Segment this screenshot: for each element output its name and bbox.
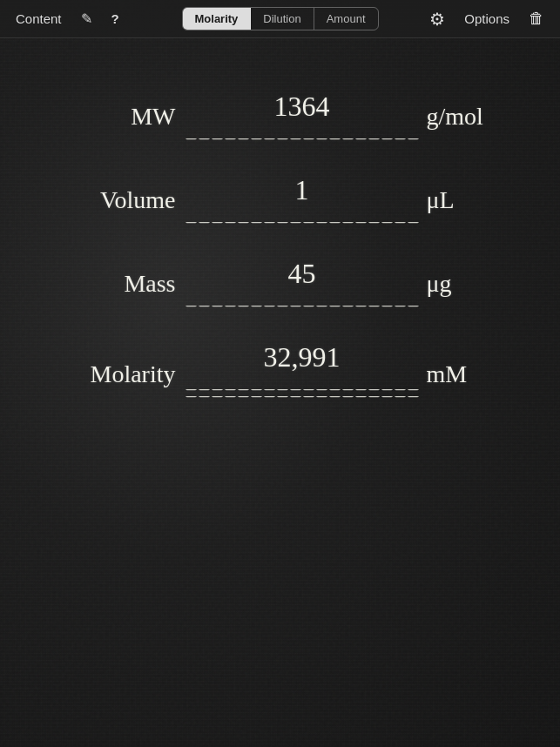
- mass-unit: μg: [420, 270, 489, 298]
- molarity-underline-1: [185, 379, 420, 381]
- trash-icon: 🗑: [529, 10, 544, 27]
- tab-bar: Molarity Dilution Amount: [182, 7, 379, 30]
- nav-left: Content ✎ ?: [10, 6, 182, 31]
- nav-bar: Content ✎ ? Molarity Dilution Amount ⚙ O…: [0, 0, 560, 38]
- tab-amount[interactable]: Amount: [314, 8, 378, 30]
- edit-icon: ✎: [81, 11, 92, 26]
- help-icon: ?: [111, 11, 119, 26]
- mw-value[interactable]: 1364: [274, 91, 330, 123]
- help-icon-button[interactable]: ?: [106, 6, 125, 31]
- main-content: MW 1364 g/mol Volume 1: [0, 38, 560, 747]
- volume-value[interactable]: 1: [295, 174, 309, 206]
- mw-row: MW 1364 g/mol: [71, 91, 489, 131]
- settings-icon-button[interactable]: ⚙: [424, 5, 450, 33]
- volume-unit: μL: [420, 186, 489, 214]
- molarity-underline-2: [185, 386, 420, 388]
- mw-unit: g/mol: [420, 103, 489, 131]
- molarity-input-area[interactable]: 32,991: [185, 341, 420, 388]
- trash-icon-button[interactable]: 🗑: [523, 6, 550, 31]
- molarity-row: Molarity 32,991 mM: [71, 341, 489, 388]
- edit-icon-button[interactable]: ✎: [76, 6, 98, 31]
- molarity-double-underline: [185, 377, 420, 388]
- volume-label: Volume: [71, 186, 185, 214]
- molarity-value[interactable]: 32,991: [264, 341, 341, 374]
- tab-group: Molarity Dilution Amount: [182, 7, 379, 30]
- content-button[interactable]: Content: [10, 8, 67, 30]
- settings-icon: ⚙: [429, 10, 445, 29]
- options-button[interactable]: Options: [459, 8, 515, 30]
- volume-underline: [185, 212, 420, 214]
- nav-right: ⚙ Options 🗑: [379, 5, 550, 33]
- tab-molarity[interactable]: Molarity: [183, 8, 252, 30]
- volume-row: Volume 1 μL: [71, 174, 489, 214]
- mass-underline: [185, 295, 420, 298]
- mass-row: Mass 45 μg: [71, 258, 489, 298]
- mw-label: MW: [71, 103, 185, 131]
- molarity-unit: mM: [420, 360, 489, 388]
- mass-input-area[interactable]: 45: [185, 258, 420, 298]
- mw-underline: [185, 128, 420, 131]
- mw-input-area[interactable]: 1364: [185, 91, 420, 131]
- mass-value[interactable]: 45: [288, 258, 316, 290]
- tab-dilution[interactable]: Dilution: [251, 8, 314, 30]
- molarity-label: Molarity: [71, 360, 185, 388]
- mass-label: Mass: [71, 270, 185, 298]
- chalkboard-background: Content ✎ ? Molarity Dilution Amount ⚙ O…: [0, 0, 560, 747]
- volume-input-area[interactable]: 1: [185, 174, 420, 214]
